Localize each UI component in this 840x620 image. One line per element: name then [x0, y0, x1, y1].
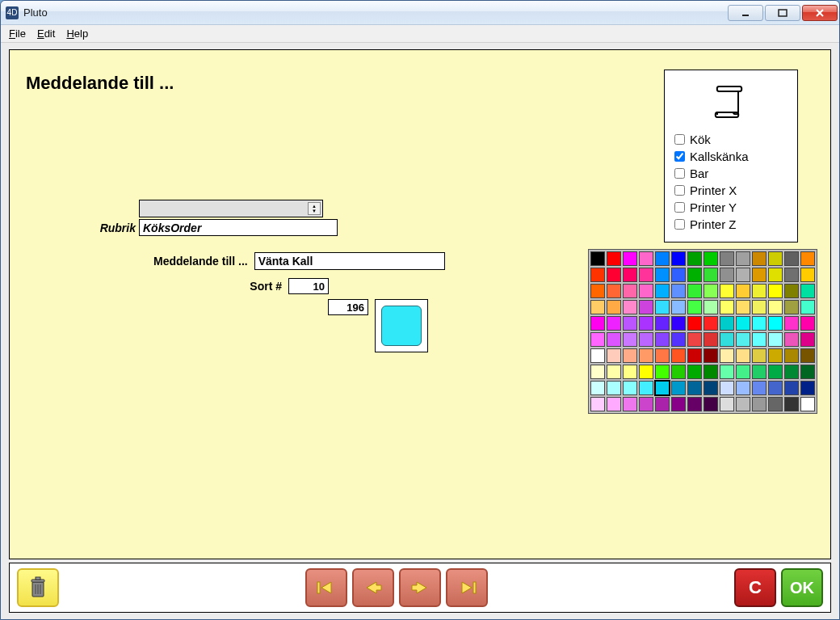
palette-cell[interactable] — [704, 284, 718, 298]
palette-cell[interactable] — [687, 332, 702, 347]
palette-cell[interactable] — [736, 268, 750, 282]
palette-cell[interactable] — [607, 365, 621, 379]
palette-cell[interactable] — [784, 284, 799, 298]
palette-cell[interactable] — [736, 300, 750, 314]
printer-checkbox[interactable] — [674, 219, 685, 230]
palette-cell[interactable] — [671, 365, 686, 379]
menu-file[interactable]: File — [9, 27, 26, 40]
palette-cell[interactable] — [720, 284, 734, 298]
palette-cell[interactable] — [590, 348, 605, 363]
palette-cell[interactable] — [671, 397, 686, 411]
sort-input[interactable] — [288, 278, 329, 294]
palette-cell[interactable] — [639, 381, 653, 395]
palette-cell[interactable] — [752, 268, 766, 282]
palette-cell[interactable] — [704, 268, 718, 282]
palette-cell[interactable] — [784, 316, 799, 331]
palette-cell[interactable] — [784, 300, 799, 314]
palette-cell[interactable] — [784, 348, 799, 363]
palette-cell[interactable] — [590, 397, 605, 411]
palette-cell[interactable] — [736, 381, 750, 395]
palette-cell[interactable] — [768, 332, 783, 347]
palette-cell[interactable] — [671, 348, 686, 363]
printer-checkbox-row[interactable]: Printer Z — [671, 217, 791, 232]
printer-checkbox-row[interactable]: Kallskänka — [671, 149, 791, 164]
palette-cell[interactable] — [720, 365, 734, 379]
printer-checkbox[interactable] — [674, 134, 685, 145]
palette-cell[interactable] — [752, 348, 766, 363]
palette-cell[interactable] — [623, 397, 637, 411]
palette-cell[interactable] — [623, 268, 637, 282]
palette-cell[interactable] — [768, 251, 783, 266]
palette-cell[interactable] — [607, 268, 621, 282]
printer-checkbox[interactable] — [674, 151, 685, 162]
printer-checkbox-row[interactable]: Printer X — [671, 183, 791, 198]
palette-cell[interactable] — [590, 251, 605, 266]
palette-cell[interactable] — [687, 300, 702, 314]
palette-cell[interactable] — [768, 365, 783, 379]
palette-cell[interactable] — [639, 365, 653, 379]
palette-cell[interactable] — [768, 316, 783, 331]
palette-cell[interactable] — [752, 332, 766, 347]
palette-cell[interactable] — [800, 381, 815, 395]
palette-cell[interactable] — [607, 348, 621, 363]
palette-cell[interactable] — [623, 332, 637, 347]
palette-cell[interactable] — [655, 397, 670, 411]
palette-cell[interactable] — [704, 251, 718, 266]
palette-cell[interactable] — [720, 300, 734, 314]
palette-cell[interactable] — [590, 365, 605, 379]
palette-cell[interactable] — [590, 268, 605, 282]
palette-cell[interactable] — [736, 316, 750, 331]
palette-cell[interactable] — [752, 251, 766, 266]
printer-checkbox[interactable] — [674, 168, 685, 179]
palette-cell[interactable] — [607, 397, 621, 411]
cancel-button[interactable]: C — [734, 568, 776, 607]
printer-checkbox-row[interactable]: Bar — [671, 166, 791, 181]
palette-cell[interactable] — [800, 251, 815, 266]
palette-cell[interactable] — [784, 381, 799, 395]
ok-button[interactable]: OK — [781, 568, 823, 607]
palette-cell[interactable] — [687, 348, 702, 363]
palette-cell[interactable] — [784, 251, 799, 266]
palette-cell[interactable] — [590, 332, 605, 347]
next-button[interactable] — [399, 568, 441, 607]
printer-checkbox-row[interactable]: Kök — [671, 132, 791, 147]
printer-checkbox[interactable] — [674, 185, 685, 196]
palette-cell[interactable] — [671, 300, 686, 314]
palette-cell[interactable] — [671, 268, 686, 282]
rubrik-input[interactable] — [139, 219, 338, 236]
palette-cell[interactable] — [752, 365, 766, 379]
printer-checkbox[interactable] — [674, 202, 685, 213]
palette-cell[interactable] — [768, 268, 783, 282]
palette-cell[interactable] — [752, 381, 766, 395]
menu-help[interactable]: Help — [66, 27, 88, 40]
palette-cell[interactable] — [639, 332, 653, 347]
palette-cell[interactable] — [671, 381, 686, 395]
palette-cell[interactable] — [623, 284, 637, 298]
palette-cell[interactable] — [671, 284, 686, 298]
palette-cell[interactable] — [671, 316, 686, 331]
palette-cell[interactable] — [768, 381, 783, 395]
palette-cell[interactable] — [784, 268, 799, 282]
palette-cell[interactable] — [655, 348, 670, 363]
palette-cell[interactable] — [655, 365, 670, 379]
palette-cell[interactable] — [623, 251, 637, 266]
palette-cell[interactable] — [736, 251, 750, 266]
palette-cell[interactable] — [639, 300, 653, 314]
color-number-input[interactable] — [328, 299, 368, 315]
menu-edit[interactable]: Edit — [37, 27, 55, 40]
palette-cell[interactable] — [800, 316, 815, 331]
palette-cell[interactable] — [784, 365, 799, 379]
palette-cell[interactable] — [768, 397, 783, 411]
palette-cell[interactable] — [655, 284, 670, 298]
palette-cell[interactable] — [704, 348, 718, 363]
palette-cell[interactable] — [687, 316, 702, 331]
palette-cell[interactable] — [639, 397, 653, 411]
palette-cell[interactable] — [607, 381, 621, 395]
palette-cell[interactable] — [800, 397, 815, 411]
palette-cell[interactable] — [800, 348, 815, 363]
palette-cell[interactable] — [607, 300, 621, 314]
palette-cell[interactable] — [784, 332, 799, 347]
palette-cell[interactable] — [687, 397, 702, 411]
palette-cell[interactable] — [639, 348, 653, 363]
palette-cell[interactable] — [736, 332, 750, 347]
